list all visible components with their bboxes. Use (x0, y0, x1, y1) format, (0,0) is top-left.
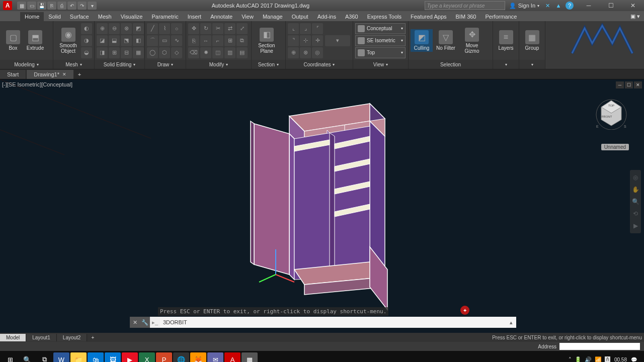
line-icon[interactable]: ╱ (147, 23, 158, 34)
panel-modify-label[interactable]: Modify▾ (186, 60, 251, 69)
spline-icon[interactable]: ∿ (171, 35, 182, 46)
culling-button[interactable]: ◩Culling (411, 29, 433, 52)
mesh-tool-2[interactable]: ◑ (81, 35, 92, 46)
smooth-object-button[interactable]: ◉Smooth Object (55, 27, 81, 55)
panel-layers-label[interactable]: ▾ (493, 60, 519, 69)
se-11[interactable]: ⊟ (121, 47, 132, 58)
store-icon[interactable]: 🛍 (88, 352, 104, 362)
rect-icon[interactable]: ▭ (159, 35, 170, 46)
autocad-taskbar-icon[interactable]: A (224, 352, 240, 362)
maximize-button[interactable]: ☐ (600, 0, 622, 11)
se-5[interactable]: ◪ (97, 35, 108, 46)
signin-button[interactable]: 👤 Sign In ▾ (509, 3, 539, 9)
layers-button[interactable]: ≡Layers (495, 29, 517, 52)
panel-modeling-label[interactable]: Modeling▾ (0, 60, 53, 69)
ucs-1[interactable]: ⌞ (288, 23, 299, 34)
trim-icon[interactable]: ✂ (212, 23, 223, 34)
tab-model[interactable]: Model (0, 334, 26, 341)
tab-mesh[interactable]: Mesh (94, 12, 116, 21)
vp-maximize-icon[interactable]: ☐ (625, 81, 633, 88)
chrome-icon[interactable]: 🌐 (173, 352, 189, 362)
ucs-7[interactable]: ⊕ (288, 47, 299, 58)
se-4[interactable]: ◩ (133, 23, 144, 34)
tab-layout2[interactable]: Layout2 (57, 334, 88, 341)
tab-performance[interactable]: Performance (480, 12, 521, 21)
tray-volume-icon[interactable]: 🔊 (585, 356, 592, 363)
ucs-5[interactable]: ⊹ (300, 35, 311, 46)
tray-wifi-icon[interactable]: 📶 (595, 356, 602, 363)
vp-minimize-icon[interactable]: ─ (616, 81, 624, 88)
panel-view-label[interactable]: View▾ (353, 60, 408, 69)
qat-redo-icon[interactable]: ↷ (77, 2, 87, 10)
tab-home[interactable]: Home (20, 12, 44, 21)
ucs-8[interactable]: ⊗ (300, 47, 311, 58)
mod-14[interactable]: ▥ (224, 47, 235, 58)
circle-icon[interactable]: ○ (171, 23, 182, 34)
mesh-tool-3[interactable]: ◒ (81, 47, 92, 58)
filter-button[interactable]: ▽No Filter (433, 29, 459, 52)
zoom-icon[interactable]: 🔍 (631, 196, 640, 207)
add-layout-button[interactable]: + (87, 334, 98, 341)
start-button[interactable]: ⊞ (2, 352, 18, 362)
tab-surface[interactable]: Surface (65, 12, 94, 21)
mod-13[interactable]: ◫ (212, 47, 223, 58)
se-8[interactable]: ◧ (133, 35, 144, 46)
tab-output[interactable]: Output (287, 12, 313, 21)
address-input[interactable] (559, 343, 640, 350)
add-tab-button[interactable]: + (74, 71, 85, 77)
taskview-icon[interactable]: ⧉ (36, 352, 52, 362)
tab-insert[interactable]: Insert (183, 12, 206, 21)
qat-saveas-icon[interactable]: ⎘ (47, 2, 56, 10)
group-button[interactable]: ▦Group (521, 29, 543, 52)
polyline-icon[interactable]: ⌇ (159, 23, 170, 34)
extrude-button[interactable]: ⬒Extrude (24, 29, 46, 52)
tab-view[interactable]: View (237, 12, 258, 21)
vp-close-icon[interactable]: ✕ (634, 81, 642, 88)
explode-icon[interactable]: ✸ (200, 47, 211, 58)
erase-icon[interactable]: ⌫ (188, 47, 199, 58)
draw-8[interactable]: ⬡ (159, 47, 170, 58)
qat-open-icon[interactable]: ▭ (27, 2, 36, 10)
panel-section-label[interactable]: Section▾ (252, 60, 285, 69)
tab-parametric[interactable]: Parametric (147, 12, 183, 21)
mirror-icon[interactable]: ⇄ (224, 23, 235, 34)
app-logo[interactable]: A (3, 1, 12, 10)
steering-wheel-icon[interactable]: ◎ (631, 172, 640, 183)
draw-7[interactable]: ◯ (147, 47, 158, 58)
view-top-dropdown[interactable]: Top▾ (355, 47, 406, 58)
tab-addins[interactable]: Add-ins (313, 12, 341, 21)
qat-new-icon[interactable]: ▦ (17, 2, 26, 10)
subtract-icon[interactable]: ⊖ (109, 23, 120, 34)
se-12[interactable]: ▦ (133, 47, 144, 58)
tab-bim360[interactable]: BIM 360 (451, 12, 481, 21)
viewport-label[interactable]: [-][SE Isometric][Conceptual] (2, 81, 72, 87)
viewcube[interactable]: TOP FRONT S E (594, 95, 629, 130)
notifications-icon[interactable]: 💬 (631, 357, 637, 363)
command-line[interactable]: ✕ 🔧 ▸_ 3DORBIT ▴ (130, 317, 516, 328)
panel-groups-label[interactable]: ▾ (519, 60, 545, 69)
tab-visualize[interactable]: Visualize (116, 12, 147, 21)
qat-more-icon[interactable]: ▾ (88, 2, 97, 10)
tab-solid[interactable]: Solid (44, 12, 65, 21)
app-misc-icon[interactable]: ▦ (242, 352, 258, 362)
clock[interactable]: 00.58 (614, 357, 627, 363)
stretch-icon[interactable]: ↔ (200, 35, 211, 46)
qat-undo-icon[interactable]: ↶ (67, 2, 76, 10)
se-10[interactable]: ⊞ (109, 47, 120, 58)
gizmo-button[interactable]: ✥Move Gizmo (459, 27, 485, 55)
close-tab-icon[interactable]: ✕ (62, 72, 66, 77)
viewport[interactable]: [-][SE Isometric][Conceptual] ─ ☐ ✕ (0, 79, 644, 333)
tray-battery-icon[interactable]: 🔋 (575, 356, 582, 363)
powerpoint-icon[interactable]: P (156, 352, 172, 362)
tray-up-icon[interactable]: ˄ (569, 356, 572, 363)
copy-icon[interactable]: ⎘ (188, 35, 199, 46)
rotate-icon[interactable]: ↻ (200, 23, 211, 34)
command-input[interactable]: 3DORBIT (160, 319, 506, 325)
cmd-history-icon[interactable]: ▴ (506, 319, 516, 326)
panel-draw-label[interactable]: Draw▾ (145, 60, 186, 69)
qat-print-icon[interactable]: ⎙ (57, 2, 66, 10)
search-task-icon[interactable]: 🔍 (19, 352, 35, 362)
tab-featured[interactable]: Featured Apps (406, 12, 451, 21)
exchange-icon[interactable]: ✕ (543, 2, 551, 10)
pan-icon[interactable]: ✋ (631, 184, 640, 195)
